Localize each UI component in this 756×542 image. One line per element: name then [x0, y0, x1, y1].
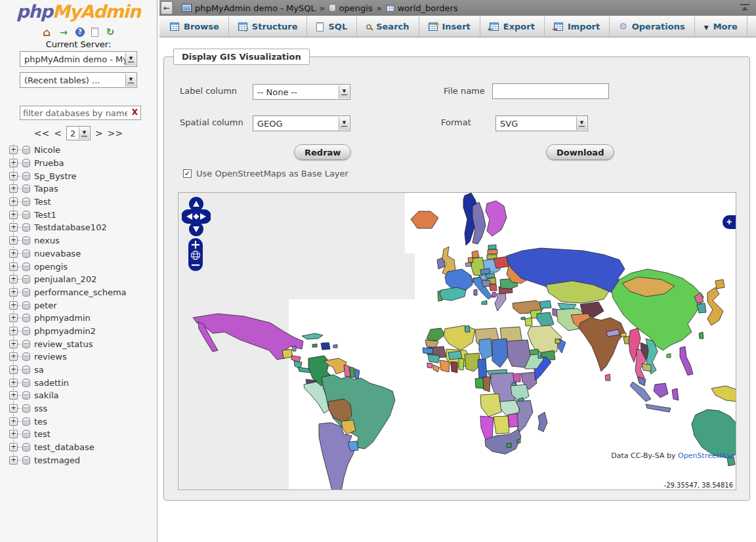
docs-icon[interactable]: [91, 28, 98, 37]
country-france[interactable]: [445, 269, 472, 291]
database-link[interactable]: test: [34, 429, 51, 439]
tab-insert[interactable]: Insert: [419, 16, 480, 37]
database-link[interactable]: nuevabase: [34, 249, 81, 259]
openstreetmap-link[interactable]: OpenStreetMap: [678, 451, 734, 460]
expand-icon[interactable]: +: [9, 430, 18, 438]
country-hainan[interactable]: [667, 354, 671, 358]
layer-switcher-button[interactable]: +: [723, 215, 736, 229]
expand-icon[interactable]: +: [9, 340, 18, 348]
database-link[interactable]: review_status: [34, 339, 93, 349]
country-namibia[interactable]: [480, 416, 494, 440]
country-guyana[interactable]: [344, 365, 350, 377]
database-link[interactable]: Tapas: [34, 184, 58, 194]
country-estonia[interactable]: [488, 245, 496, 249]
database-link[interactable]: sa: [34, 365, 44, 375]
expand-icon[interactable]: +: [9, 443, 18, 451]
database-link[interactable]: testmaged: [34, 455, 80, 465]
database-link[interactable]: nexus: [34, 236, 60, 245]
help-icon[interactable]: [75, 28, 85, 37]
database-link[interactable]: Test1: [34, 210, 56, 220]
country-south-korea[interactable]: [697, 303, 706, 313]
expand-icon[interactable]: +: [9, 365, 18, 374]
gis-map[interactable]: + Data CC-By-SA by OpenStreetMap -29.355…: [178, 192, 736, 490]
country-senegal[interactable]: [423, 348, 433, 354]
format-select[interactable]: SVG▼: [495, 115, 588, 131]
map-zoom-control[interactable]: [188, 238, 203, 271]
database-link[interactable]: Sp_Bystre: [34, 171, 77, 181]
country-chad[interactable]: [492, 339, 508, 367]
country-western-sahara[interactable]: [425, 340, 438, 348]
country-zimbabwe[interactable]: [508, 413, 518, 427]
country-mozambique[interactable]: [516, 400, 533, 433]
tab-structure[interactable]: Structure: [229, 16, 308, 37]
country-java[interactable]: [646, 404, 671, 412]
database-link[interactable]: Prueba: [34, 158, 64, 168]
country-ghana[interactable]: [451, 362, 457, 373]
country-lesotho[interactable]: [507, 443, 511, 448]
osm-baselayer-checkbox[interactable]: ✓: [183, 169, 192, 178]
dropdown-arrow-icon[interactable]: ▼: [79, 127, 89, 139]
country-cameroon[interactable]: [478, 358, 487, 378]
country-sicily[interactable]: [482, 301, 487, 304]
country-bolivia[interactable]: [328, 399, 352, 423]
country-swaziland[interactable]: [517, 439, 520, 443]
expand-icon[interactable]: +: [9, 146, 18, 154]
country-madagascar[interactable]: [538, 412, 547, 432]
country-sulawesi[interactable]: [672, 388, 679, 400]
country-india[interactable]: [579, 318, 625, 371]
expand-icon[interactable]: +: [9, 327, 18, 335]
country-burkina-faso[interactable]: [448, 351, 462, 360]
tab-export[interactable]: Export: [480, 16, 545, 37]
expand-icon[interactable]: +: [9, 404, 18, 413]
database-link[interactable]: sadettin: [34, 378, 69, 388]
country-new-guinea[interactable]: [711, 386, 736, 402]
database-link[interactable]: phpmyadmin2: [34, 326, 96, 336]
country-finland[interactable]: [486, 201, 507, 236]
dropdown-arrow-icon[interactable]: ▼: [125, 73, 136, 87]
expand-icon[interactable]: +: [9, 301, 18, 310]
expand-icon[interactable]: +: [9, 417, 18, 426]
redraw-button[interactable]: Redraw: [294, 144, 351, 160]
collapse-top-icon[interactable]: [740, 4, 749, 10]
page-select[interactable]: 2▼: [66, 126, 91, 140]
country-morocco[interactable]: [427, 328, 445, 341]
expand-icon[interactable]: +: [9, 391, 18, 400]
country-cuba[interactable]: [302, 333, 323, 339]
dropdown-arrow-icon[interactable]: ▼: [576, 117, 587, 130]
expand-icon[interactable]: +: [9, 198, 18, 206]
database-link[interactable]: sss: [34, 404, 47, 413]
database-link[interactable]: Testdatabase102: [34, 222, 107, 232]
country-sardinia[interactable]: [474, 289, 477, 295]
country-tunisia[interactable]: [465, 325, 470, 332]
expand-icon[interactable]: +: [9, 159, 18, 167]
filter-clear-icon[interactable]: X: [132, 108, 138, 117]
country-serbia[interactable]: [490, 284, 497, 291]
country-belize[interactable]: [293, 346, 296, 351]
breadcrumb-item[interactable]: world_borders: [386, 3, 458, 13]
database-link[interactable]: performance_schema: [34, 287, 127, 297]
tab-search[interactable]: Search: [357, 16, 419, 37]
country-gabon[interactable]: [475, 378, 484, 388]
country-netherlands[interactable]: [468, 257, 473, 262]
database-link[interactable]: Test: [34, 197, 51, 207]
country-taiwan[interactable]: [699, 332, 704, 339]
country-cambodia[interactable]: [642, 364, 651, 371]
database-link[interactable]: test_database: [34, 442, 94, 452]
database-link[interactable]: reviews: [34, 352, 67, 362]
expand-icon[interactable]: +: [9, 223, 18, 232]
country-greece[interactable]: [495, 293, 506, 311]
dropdown-arrow-icon[interactable]: ▼: [339, 117, 349, 130]
expand-icon[interactable]: +: [9, 314, 18, 322]
map-pan-control[interactable]: [182, 196, 211, 237]
country-czech[interactable]: [480, 268, 490, 274]
spatial-column-select[interactable]: GEOG▼: [253, 115, 350, 131]
expand-icon[interactable]: +: [9, 236, 18, 245]
database-link[interactable]: tes: [34, 417, 47, 427]
back-button[interactable]: ←: [161, 1, 173, 14]
country-togo-benin[interactable]: [459, 358, 464, 370]
page-prev-button[interactable]: <: [54, 128, 62, 138]
database-link[interactable]: opengis: [34, 262, 68, 272]
database-link[interactable]: peter: [34, 301, 57, 310]
database-link[interactable]: penjualan_202: [34, 274, 96, 284]
server-select[interactable]: phpMyAdmin demo - My▼: [20, 51, 137, 67]
